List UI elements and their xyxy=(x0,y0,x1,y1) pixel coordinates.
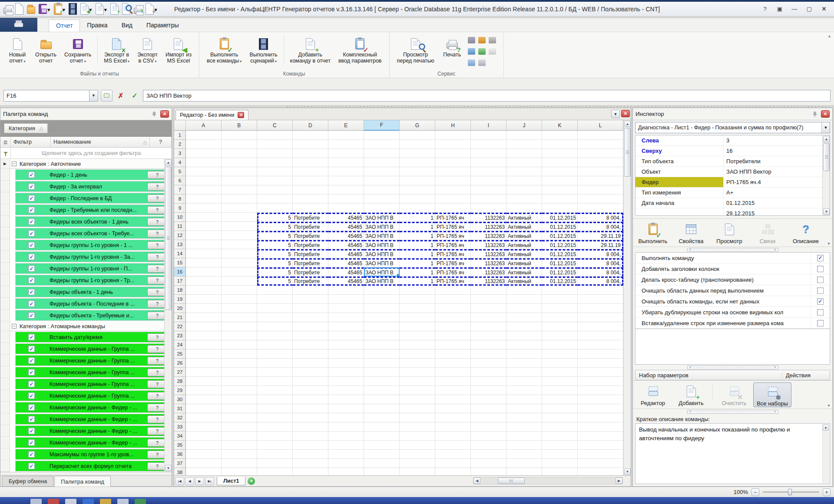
grid-cell-B1[interactable] xyxy=(222,131,257,140)
palette-item[interactable]: ✓Коммерческие данные - Группа ...? xyxy=(0,390,172,402)
export-page-icon[interactable] xyxy=(468,59,475,66)
row-header-32[interactable]: 32 xyxy=(174,413,186,422)
last-sheet-icon[interactable]: ▶| xyxy=(205,477,214,485)
grid-cell-J15[interactable]: Активный xyxy=(506,258,542,267)
toolbar-button-all-sets[interactable]: ✽Все наборы xyxy=(753,382,791,407)
scroll-up-icon[interactable]: ▲ xyxy=(823,425,829,431)
grid-cell-L13[interactable]: 29.11.19 xyxy=(578,240,623,249)
grid-cell-A1[interactable] xyxy=(186,131,222,140)
toolbar-button-view-doc[interactable]: Просмотр xyxy=(710,221,748,244)
toolbar-button-add-doc[interactable]: +Добавить xyxy=(672,382,710,406)
grid-cell-L35[interactable] xyxy=(578,441,623,450)
grid-cell-B33[interactable] xyxy=(222,422,257,432)
grid-cell-D8[interactable] xyxy=(293,194,328,204)
grid-cell-E24[interactable] xyxy=(328,340,364,349)
grid-cell-F32[interactable] xyxy=(364,413,400,422)
grid-cell-E3[interactable] xyxy=(328,149,364,158)
grid-cell-D31[interactable] xyxy=(293,404,328,413)
grid-cell-K29[interactable] xyxy=(542,386,578,395)
grid-cell-D28[interactable] xyxy=(293,377,328,386)
grid-cell-D9[interactable] xyxy=(293,204,328,213)
grid-cell-A26[interactable] xyxy=(186,359,222,368)
grid-cell-K34[interactable] xyxy=(542,432,578,441)
grid-cell-E20[interactable] xyxy=(328,304,364,313)
grid-cell-I21[interactable] xyxy=(471,313,506,322)
grid-cell-L23[interactable] xyxy=(578,331,623,340)
grid-cell-G17[interactable]: 1 xyxy=(400,277,435,286)
grid-cell-B17[interactable] xyxy=(222,277,257,286)
grid-cell-C37[interactable] xyxy=(257,459,293,468)
scroll-right-icon[interactable]: ▶ xyxy=(616,478,622,484)
palette-item[interactable]: ✓Коммерческие данные - Фидер - ...? xyxy=(0,413,172,425)
taskbar-app-icon[interactable] xyxy=(65,499,76,504)
grid-cell-H37[interactable] xyxy=(435,459,471,468)
grid-cell-I33[interactable] xyxy=(471,422,506,432)
grid-cell-C11[interactable]: 5 xyxy=(257,222,293,231)
grid-cell-F23[interactable] xyxy=(364,331,400,340)
grid-cell-I6[interactable] xyxy=(471,176,506,185)
grid-cell-J11[interactable]: Активный xyxy=(506,222,542,231)
grid-cell-K33[interactable] xyxy=(542,422,578,432)
grid-cell-C7[interactable] xyxy=(257,185,293,194)
grid-cell-E6[interactable] xyxy=(328,176,364,185)
grid-cell-K1[interactable] xyxy=(542,131,578,140)
db-query-icon[interactable] xyxy=(478,37,486,43)
palette-item[interactable]: ✓Коммерческие данные - Группа ...? xyxy=(0,355,172,366)
grid-cell-A29[interactable] xyxy=(186,386,222,395)
grid-cell-G4[interactable] xyxy=(400,158,435,167)
grid-cell-J2[interactable] xyxy=(506,140,542,149)
zoom-out-icon[interactable]: − xyxy=(751,488,759,496)
palette-item[interactable]: ✓Коммерческие данные - Фидер - ...? xyxy=(0,425,172,437)
grid-cell-C18[interactable] xyxy=(257,286,293,295)
grid-cell-L17[interactable]: 8 004, xyxy=(578,277,623,286)
grid-cell-J1[interactable] xyxy=(506,131,542,140)
grid-cell-A2[interactable] xyxy=(186,140,222,149)
prev-sheet-icon[interactable]: ◀ xyxy=(185,477,194,485)
grid-cell-D11[interactable]: Потребите xyxy=(293,222,328,231)
grid-cell-A30[interactable] xyxy=(186,395,222,404)
pin-icon[interactable] xyxy=(811,110,819,118)
grid-cell-D33[interactable] xyxy=(293,422,328,432)
grid-cell-B13[interactable] xyxy=(222,240,257,249)
grid-cell-G20[interactable] xyxy=(400,304,435,313)
grid-cell-F17[interactable]: ЗАО НПП В xyxy=(364,277,400,286)
column-header-K[interactable]: K xyxy=(542,120,578,131)
grid-cell-C16[interactable]: 5 xyxy=(257,267,293,277)
grid-cell-G2[interactable] xyxy=(400,140,435,149)
toolbar-overflow-icon[interactable]: ▼ xyxy=(827,242,831,246)
grid-cell-J5[interactable] xyxy=(506,167,542,176)
grid-cell-C23[interactable] xyxy=(257,331,293,340)
item-checkbox[interactable]: ✓ xyxy=(28,463,35,469)
grid-cell-L14[interactable]: 8 004, xyxy=(578,249,623,258)
grid-cell-J25[interactable] xyxy=(506,349,542,359)
palette-item[interactable]: ✓Коммерческие данные - Фидер - ...? xyxy=(0,402,172,413)
row-header-34[interactable]: 34 xyxy=(174,432,186,441)
grid-cell-H9[interactable] xyxy=(435,204,471,213)
grid-cell-E5[interactable] xyxy=(328,167,364,176)
grid-cell-G22[interactable] xyxy=(400,322,435,331)
grid-cell-C19[interactable] xyxy=(257,295,293,304)
item-checkbox[interactable]: ✓ xyxy=(28,404,35,411)
grid-cell-D16[interactable]: Потребите xyxy=(293,267,328,277)
scenario-icon[interactable] xyxy=(69,5,77,13)
grid-cell-G6[interactable] xyxy=(400,176,435,185)
grid-cell-C14[interactable]: 5 xyxy=(257,249,293,258)
print-settings-icon[interactable] xyxy=(478,59,486,66)
run-commands-icon[interactable]: ✓▾ xyxy=(54,5,66,13)
zoom-slider[interactable] xyxy=(763,491,819,493)
grid-cell-A28[interactable] xyxy=(186,377,222,386)
grid-cell-F9[interactable] xyxy=(364,204,400,213)
grid-cell-D15[interactable]: Потребите xyxy=(293,258,328,267)
cancel-entry-icon[interactable]: ✗ xyxy=(115,92,126,100)
grid-cell-F33[interactable] xyxy=(364,422,400,432)
grid-cell-G7[interactable] xyxy=(400,185,435,194)
grid-cell-B28[interactable] xyxy=(222,377,257,386)
grid-cell-F31[interactable] xyxy=(364,404,400,413)
item-checkbox[interactable]: ✓ xyxy=(28,300,35,307)
grid-cell-H10[interactable]: РП-1765 яч xyxy=(435,213,471,222)
menu-tab-правка[interactable]: Правка xyxy=(80,20,114,32)
grid-cell-C27[interactable] xyxy=(257,368,293,377)
grid-cell-K15[interactable]: 01.12.2015 xyxy=(542,258,578,267)
scroll-down-icon[interactable]: ▼ xyxy=(624,468,631,475)
grid-cell-A20[interactable] xyxy=(186,304,222,313)
